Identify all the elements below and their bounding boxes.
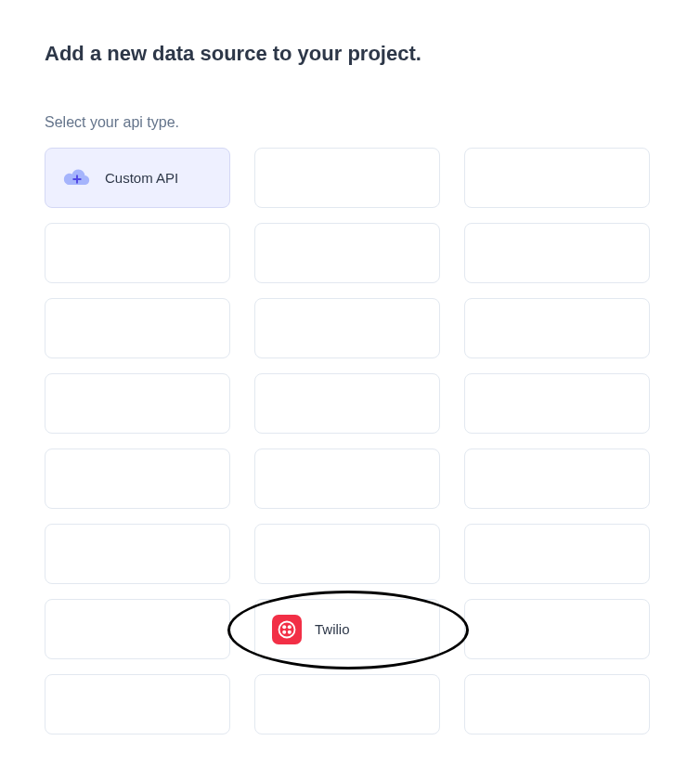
api-option-3[interactable] — [45, 223, 230, 283]
api-option-4[interactable] — [254, 223, 440, 283]
cloud-plus-icon — [62, 163, 92, 193]
api-option-22[interactable] — [254, 674, 440, 734]
api-type-subtitle: Select your api type. — [45, 114, 655, 131]
api-option-label: Custom API — [105, 170, 178, 186]
api-option-5[interactable] — [464, 223, 650, 283]
page-title: Add a new data source to your project. — [45, 42, 655, 66]
api-option-16[interactable] — [254, 524, 440, 584]
api-option-20[interactable] — [464, 599, 650, 659]
api-option-13[interactable] — [254, 448, 440, 509]
svg-point-4 — [288, 625, 292, 629]
api-option-6[interactable] — [45, 298, 230, 358]
svg-point-5 — [282, 630, 286, 633]
api-option-1[interactable] — [254, 148, 440, 208]
api-option-8[interactable] — [464, 298, 650, 358]
api-option-21[interactable] — [45, 674, 230, 734]
api-option-11[interactable] — [464, 373, 650, 434]
svg-point-6 — [288, 630, 292, 633]
svg-point-3 — [282, 625, 286, 629]
api-option-15[interactable] — [45, 524, 230, 584]
api-option-label: Twilio — [315, 621, 350, 637]
api-option-17[interactable] — [464, 524, 650, 584]
api-option-7[interactable] — [254, 298, 440, 358]
api-option-twilio[interactable]: Twilio — [254, 599, 440, 659]
api-option-9[interactable] — [45, 373, 230, 434]
api-option-12[interactable] — [45, 448, 230, 509]
api-option-14[interactable] — [464, 448, 650, 509]
api-option-18[interactable] — [45, 599, 230, 659]
api-options-grid: Custom API Twilio — [45, 148, 655, 734]
api-option-23[interactable] — [464, 674, 650, 734]
api-option-2[interactable] — [464, 148, 650, 208]
twilio-icon — [272, 615, 302, 644]
svg-point-2 — [279, 621, 295, 637]
api-option-custom-api[interactable]: Custom API — [45, 148, 230, 208]
api-option-10[interactable] — [254, 373, 440, 434]
